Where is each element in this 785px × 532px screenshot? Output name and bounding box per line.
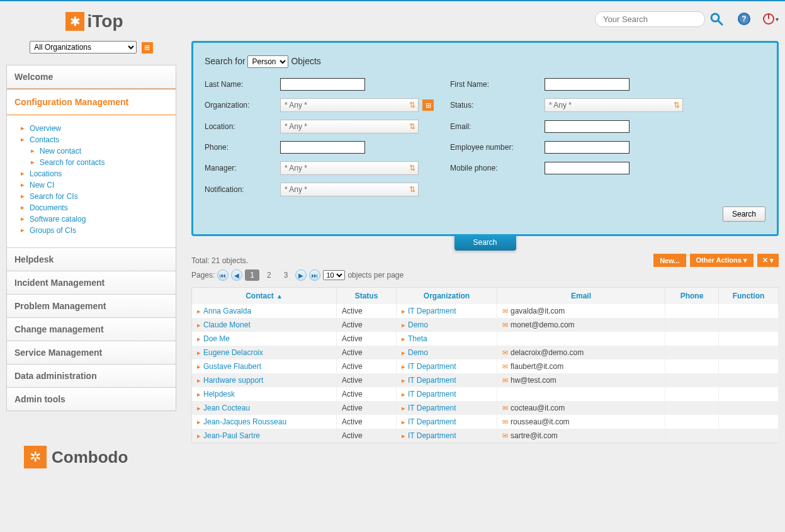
sidebar-item-admin-tools[interactable]: Admin tools xyxy=(7,388,176,410)
contact-link[interactable]: Hardware support xyxy=(203,376,263,385)
org-link[interactable]: IT Department xyxy=(408,404,456,412)
cell-email: flaubert@it.com xyxy=(511,362,563,371)
cell-phone xyxy=(665,304,719,318)
global-search-input[interactable] xyxy=(595,11,705,27)
contact-link[interactable]: Anna Gavalda xyxy=(203,307,251,315)
sidebar-item-welcome[interactable]: Welcome xyxy=(7,65,176,89)
org-link[interactable]: IT Department xyxy=(408,390,456,399)
row-caret-icon: ▸ xyxy=(402,321,405,329)
table-row: ▸Claude MonetActive▸Demo✉monet@demo.com xyxy=(192,318,779,332)
org-link[interactable]: IT Department xyxy=(408,431,456,440)
search-button[interactable]: Search xyxy=(723,207,765,222)
table-row: ▸Eugene DelacroixActive▸Demo✉delacroix@d… xyxy=(192,346,779,359)
per-page-select[interactable]: 10 xyxy=(323,270,345,280)
sidebar-link-locations[interactable]: Locations xyxy=(30,169,62,178)
app-logo: ✱ iTop xyxy=(6,6,183,31)
cell-function xyxy=(719,429,779,443)
select-status[interactable]: * Any *⇅ xyxy=(545,98,683,112)
row-caret-icon: ▸ xyxy=(402,432,405,439)
object-type-select[interactable]: Person xyxy=(247,55,288,68)
page-next-icon[interactable]: ▶ xyxy=(295,269,307,281)
org-link[interactable]: Demo xyxy=(408,320,428,329)
sidebar-link-contacts[interactable]: Contacts xyxy=(30,135,59,144)
org-link[interactable]: Theta xyxy=(408,334,427,343)
cell-email: hw@test.com xyxy=(511,376,556,385)
select-notification[interactable]: * Any *⇅ xyxy=(280,183,419,196)
sidebar-item-service-management[interactable]: Service Management xyxy=(7,341,176,365)
contact-link[interactable]: Gustave Flaubert xyxy=(203,362,261,371)
org-link[interactable]: IT Department xyxy=(408,417,456,426)
help-icon[interactable]: ? xyxy=(738,13,750,25)
sidebar-link-software-catalog[interactable]: Software catalog xyxy=(30,215,86,224)
cell-phone xyxy=(665,346,719,359)
contact-link[interactable]: Jean-Paul Sartre xyxy=(203,431,260,440)
sidebar-item-incident-management[interactable]: Incident Management xyxy=(7,271,176,295)
org-tree-inline-icon[interactable]: ⊞ xyxy=(422,99,434,111)
sidebar-link-new-contact[interactable]: New contact xyxy=(40,147,81,156)
page-prev-icon[interactable]: ◀ xyxy=(231,269,242,281)
input-employee-number[interactable] xyxy=(545,141,630,154)
cell-email: sartre@it.com xyxy=(511,431,558,440)
other-actions-button[interactable]: Other Actions ▾ xyxy=(690,254,754,267)
input-phone[interactable] xyxy=(280,141,365,154)
organization-select[interactable]: All Organizations xyxy=(30,41,137,54)
label-first-name: First Name: xyxy=(450,80,538,89)
contact-link[interactable]: Claude Monet xyxy=(203,320,251,329)
page-1[interactable]: 1 xyxy=(245,269,259,281)
sidebar-item-helpdesk[interactable]: Helpdesk xyxy=(7,248,176,271)
sidebar-link-search-contacts[interactable]: Search for contacts xyxy=(40,158,104,167)
search-tab[interactable]: Search xyxy=(454,234,516,251)
combodo-icon: ✲ xyxy=(24,446,47,468)
col-contact[interactable]: Contact▲ xyxy=(192,288,337,305)
org-link[interactable]: IT Department xyxy=(408,376,456,385)
cell-function xyxy=(719,346,779,359)
search-title: Search for Person Objects xyxy=(205,55,765,68)
page-3[interactable]: 3 xyxy=(279,269,293,281)
contact-link[interactable]: Helpdesk xyxy=(203,390,235,399)
new-button[interactable]: New... xyxy=(653,254,686,267)
sidebar-link-search-cis[interactable]: Search for CIs xyxy=(30,192,78,201)
select-manager[interactable]: * Any *⇅ xyxy=(280,161,419,175)
col-organization[interactable]: Organization xyxy=(397,288,497,305)
mail-icon: ✉ xyxy=(502,349,508,356)
sidebar-link-new-ci[interactable]: New CI xyxy=(30,181,54,190)
page-first-icon[interactable]: ⏮ xyxy=(217,269,229,281)
cell-email: cocteau@it.com xyxy=(511,404,565,412)
logoff-button[interactable]: ▾ xyxy=(763,13,779,25)
contact-link[interactable]: Jean-Jacques Rousseau xyxy=(203,417,286,426)
col-phone[interactable]: Phone xyxy=(665,288,719,305)
contact-link[interactable]: Doe Me xyxy=(203,334,230,343)
org-link[interactable]: IT Department xyxy=(408,307,456,315)
select-organization[interactable]: * Any *⇅ xyxy=(280,98,419,112)
contact-link[interactable]: Jean Cocteau xyxy=(203,404,250,412)
sidebar-link-groups-cis[interactable]: Groups of CIs xyxy=(30,226,76,235)
sidebar-item-change-management[interactable]: Change management xyxy=(7,318,176,341)
col-function[interactable]: Function xyxy=(719,288,779,305)
sidebar-item-configuration-management[interactable]: Configuration Management xyxy=(7,89,176,115)
input-first-name[interactable] xyxy=(545,78,630,91)
org-link[interactable]: IT Department xyxy=(408,362,456,371)
cell-status: Active xyxy=(337,387,397,401)
col-status[interactable]: Status xyxy=(337,288,397,305)
select-location[interactable]: * Any *⇅ xyxy=(280,120,419,133)
col-email[interactable]: Email xyxy=(497,288,665,305)
input-last-name[interactable] xyxy=(280,78,365,91)
search-icon[interactable] xyxy=(708,10,725,28)
page-last-icon[interactable]: ⏭ xyxy=(309,269,320,281)
itop-icon: ✱ xyxy=(65,12,84,31)
cell-phone xyxy=(665,429,719,443)
tools-button[interactable]: ✕ ▾ xyxy=(757,254,779,267)
sidebar-item-problem-management[interactable]: Problem Management xyxy=(7,295,176,318)
input-mobile-phone[interactable] xyxy=(545,162,630,174)
sidebar-item-data-administration[interactable]: Data administration xyxy=(7,365,176,388)
results-table: Contact▲ Status Organization Email Phone… xyxy=(191,287,779,443)
sidebar-link-overview[interactable]: Overview xyxy=(30,124,61,133)
contact-link[interactable]: Eugene Delacroix xyxy=(203,348,263,357)
row-caret-icon: ▸ xyxy=(197,321,201,329)
sidebar-link-documents[interactable]: Documents xyxy=(30,203,68,212)
label-organization: Organization: xyxy=(205,101,274,110)
org-tree-icon[interactable]: ⊞ xyxy=(142,42,153,54)
input-email[interactable] xyxy=(545,120,630,133)
page-2[interactable]: 2 xyxy=(262,269,276,281)
org-link[interactable]: Demo xyxy=(408,348,428,357)
